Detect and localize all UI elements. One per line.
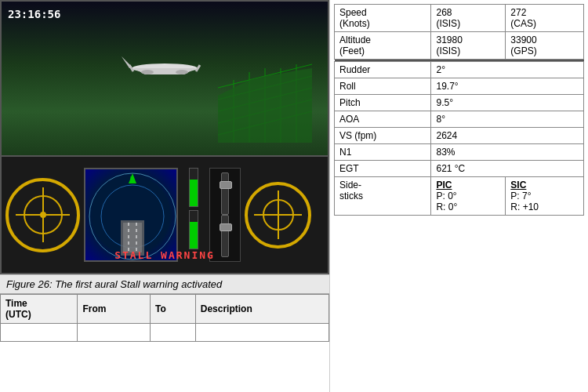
pitch-value: 9.5° xyxy=(431,95,584,111)
roll-row: Roll 19.7° xyxy=(335,78,584,95)
egt-value: 621 °C xyxy=(431,161,584,177)
svg-rect-22 xyxy=(123,223,142,252)
sidesticks-sic: SICP: 7°R: +10 xyxy=(506,177,584,216)
gauge-fill-1 xyxy=(190,180,198,206)
roll-label: Roll xyxy=(335,78,431,95)
col-header-from: From xyxy=(78,295,151,324)
speed-label: Speed(Knots) xyxy=(335,5,431,32)
svg-point-18 xyxy=(176,70,188,74)
throttle-area xyxy=(209,168,241,262)
sidesticks-label: Side-sticks xyxy=(335,177,431,216)
to-cell xyxy=(151,324,196,342)
egt-row: EGT 621 °C xyxy=(335,161,584,177)
stall-warning-text: STALL WARNING xyxy=(114,249,215,261)
bottom-table-area: Time(UTC) From To Description xyxy=(0,293,329,392)
figure-caption: Figure 26: The first aural Stall warning… xyxy=(0,274,329,293)
svg-line-16 xyxy=(196,65,200,71)
airplane-silhouette xyxy=(118,45,212,94)
sidesticks-row: Side-sticks PICP: 0°R: 0° SICP: 7°R: +10 xyxy=(335,177,584,216)
time-cell xyxy=(1,324,78,342)
flight-display: 23:16:56 xyxy=(0,0,329,274)
egt-label: EGT xyxy=(335,161,431,177)
n1-label: N1 xyxy=(335,144,431,161)
svg-line-15 xyxy=(129,65,133,71)
gauge-bar-1 xyxy=(189,168,198,207)
pitch-row: Pitch 9.5° xyxy=(335,95,584,111)
aoa-row: AOA 8° xyxy=(335,111,584,128)
data-table: Speed(Knots) 268(ISIS) 272(CAS) Altitude… xyxy=(334,4,584,216)
vs-value: 2624 xyxy=(431,128,584,144)
airplane-svg xyxy=(118,45,212,92)
right-panel: Speed(Knots) 268(ISIS) 272(CAS) Altitude… xyxy=(329,0,588,392)
pitch-label: Pitch xyxy=(335,95,431,111)
left-panel: 23:16:56 xyxy=(0,0,329,392)
roll-value: 19.7° xyxy=(431,78,584,95)
throttle-handle-1 xyxy=(220,181,232,189)
throttle-handle-2 xyxy=(220,223,232,231)
vs-label: VS (fpm) xyxy=(335,128,431,144)
side-gauges xyxy=(182,168,205,262)
gauge-fill-2 xyxy=(190,222,198,249)
rudder-value: 2° xyxy=(431,62,584,78)
right-attitude-indicator xyxy=(245,182,311,249)
altitude-label: Altitude(Feet) xyxy=(335,32,431,60)
vs-row: VS (fpm) 2624 xyxy=(335,128,584,144)
svg-point-17 xyxy=(141,70,154,74)
throttle-lever-2 xyxy=(221,215,229,257)
rudder-label: Rudder xyxy=(335,62,431,78)
col-header-to: To xyxy=(151,295,196,324)
from-cell xyxy=(78,324,151,342)
caption-text: Figure 26: The first aural Stall warning… xyxy=(6,278,222,290)
main-container: 23:16:56 xyxy=(0,0,588,392)
altitude-isis: 31980(ISIS) xyxy=(431,32,506,60)
col-header-time: Time(UTC) xyxy=(1,295,78,324)
nav-display-inner: N xyxy=(85,169,176,260)
description-cell xyxy=(195,324,328,342)
aoa-label: AOA xyxy=(335,111,431,128)
throttle-lever-1 xyxy=(221,172,229,215)
altitude-gps: 33900(GPS) xyxy=(506,32,584,60)
rudder-row: Rudder 2° xyxy=(335,62,584,78)
sic-label: SIC xyxy=(510,180,526,191)
svg-marker-10 xyxy=(218,68,312,143)
gauge-bar-2 xyxy=(189,210,198,249)
svg-text:N: N xyxy=(130,176,134,183)
nav-display: N xyxy=(84,168,178,262)
aoa-value: 8° xyxy=(431,111,584,128)
altitude-row: Altitude(Feet) 31980(ISIS) 33900(GPS) xyxy=(335,32,584,60)
speed-isis: 268(ISIS) xyxy=(431,5,506,32)
n1-row: N1 83% xyxy=(335,144,584,161)
col-header-description: Description xyxy=(195,295,328,324)
bottom-table: Time(UTC) From To Description xyxy=(0,294,329,342)
n1-value: 83% xyxy=(431,144,584,161)
timestamp-display: 23:16:56 xyxy=(8,8,60,20)
terrain-grid xyxy=(218,25,312,143)
speed-cas: 272(CAS) xyxy=(506,5,584,32)
sidesticks-pic: PICP: 0°R: 0° xyxy=(431,177,506,216)
speed-row: Speed(Knots) 268(ISIS) 272(CAS) xyxy=(335,5,584,32)
pic-label: PIC xyxy=(436,180,452,191)
left-attitude-indicator xyxy=(5,178,80,252)
